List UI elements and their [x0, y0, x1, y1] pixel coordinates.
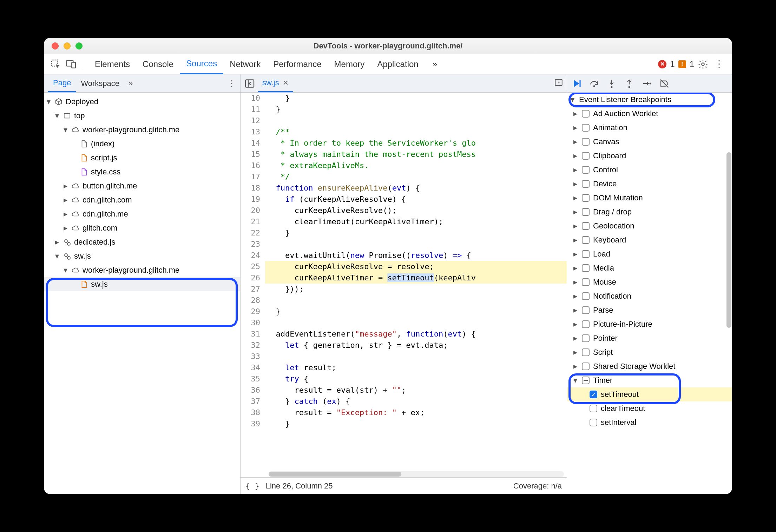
checkbox[interactable]	[590, 419, 597, 426]
checkbox[interactable]	[582, 110, 590, 118]
bp-category[interactable]: Mouse	[567, 275, 732, 289]
cloud-icon	[71, 182, 80, 190]
navigator-more[interactable]: »	[129, 79, 133, 88]
step-into-icon[interactable]	[606, 78, 617, 89]
editor-statusbar: { } Line 26, Column 25 Coverage: n/a	[241, 477, 567, 494]
tab-performance[interactable]: Performance	[267, 54, 328, 74]
run-snippet-icon[interactable]	[554, 78, 563, 89]
tree-origin[interactable]: cdn.glitch.me	[44, 207, 240, 221]
sub-toolbar: PageWorkspace » ⋮ sw.js ✕	[44, 74, 732, 93]
tab-sources[interactable]: Sources	[180, 54, 223, 74]
checkbox[interactable]	[582, 292, 590, 300]
step-out-icon[interactable]	[624, 78, 634, 89]
checkbox[interactable]	[582, 236, 590, 244]
more-tabs[interactable]: »	[426, 54, 443, 74]
tab-elements[interactable]: Elements	[88, 54, 136, 74]
checkbox[interactable]	[582, 250, 590, 258]
bp-item-setinterval[interactable]: setInterval	[567, 415, 732, 430]
file-icon	[80, 154, 88, 162]
file-icon	[80, 280, 88, 288]
checkbox[interactable]	[582, 348, 590, 356]
bp-category[interactable]: Geolocation	[567, 219, 732, 233]
checkbox[interactable]	[582, 264, 590, 272]
bp-category[interactable]: Notification	[567, 289, 732, 303]
device-mode-icon[interactable]	[66, 59, 77, 70]
warning-badge[interactable]: !	[678, 60, 686, 68]
step-icon[interactable]	[642, 78, 652, 89]
tree-top[interactable]: top	[44, 109, 240, 123]
bp-item-settimeout[interactable]: ✓ setTimeout	[567, 387, 732, 401]
bp-category[interactable]: Canvas	[567, 135, 732, 149]
inspect-icon[interactable]	[50, 59, 61, 70]
code-editor[interactable]: 10 }11 }1213 /**14 * In order to keep th…	[241, 93, 567, 470]
bp-category[interactable]: Shared Storage Worklet	[567, 359, 732, 373]
checkbox[interactable]	[582, 194, 590, 202]
settings-icon[interactable]	[698, 59, 708, 69]
close-tab-icon[interactable]: ✕	[283, 79, 289, 87]
horizontal-scrollbar[interactable]	[269, 471, 564, 477]
bp-category[interactable]: Clipboard	[567, 149, 732, 163]
bp-category-timer[interactable]: Timer	[567, 373, 732, 387]
tree-file-swjs[interactable]: sw.js	[44, 277, 240, 291]
checkbox[interactable]	[582, 334, 590, 342]
svg-point-15	[67, 242, 70, 245]
navigator-menu-icon[interactable]: ⋮	[228, 79, 236, 88]
step-over-icon[interactable]	[589, 78, 599, 89]
tree-origin[interactable]: button.glitch.me	[44, 179, 240, 193]
bp-category[interactable]: Device	[567, 177, 732, 191]
bp-category[interactable]: Keyboard	[567, 233, 732, 247]
resume-icon[interactable]	[571, 78, 582, 89]
tree-origin-main[interactable]: worker-playground.glitch.me	[44, 123, 240, 137]
bp-category[interactable]: Script	[567, 345, 732, 359]
bp-category[interactable]: Pointer	[567, 331, 732, 345]
bp-category[interactable]: Drag / drop	[567, 205, 732, 219]
toggle-navigator-icon[interactable]	[244, 78, 255, 89]
checkbox[interactable]	[582, 306, 590, 314]
tree-deployed[interactable]: Deployed	[44, 95, 240, 109]
bp-category[interactable]: DOM Mutation	[567, 191, 732, 205]
checkbox[interactable]	[582, 138, 590, 146]
checkbox[interactable]	[582, 166, 590, 174]
tree-file-scriptjs[interactable]: script.js	[44, 151, 240, 165]
checkbox[interactable]	[582, 152, 590, 160]
checkbox[interactable]	[582, 180, 590, 188]
tab-network[interactable]: Network	[223, 54, 267, 74]
checkbox[interactable]	[582, 320, 590, 328]
checkbox[interactable]	[590, 405, 597, 412]
error-badge[interactable]: ✕	[658, 60, 666, 68]
tree-origin[interactable]: cdn.glitch.com	[44, 193, 240, 207]
checkbox[interactable]	[582, 278, 590, 286]
bp-category[interactable]: Picture-in-Picture	[567, 317, 732, 331]
tree-origin[interactable]: glitch.com	[44, 221, 240, 235]
checkbox[interactable]	[582, 363, 590, 370]
gears-icon	[63, 252, 71, 260]
vertical-scrollbar[interactable]	[726, 152, 731, 328]
checkbox[interactable]	[582, 124, 590, 132]
checkbox[interactable]	[582, 222, 590, 230]
kebab-menu-icon[interactable]: ⋮	[712, 59, 726, 69]
bp-category[interactable]: Control	[567, 163, 732, 177]
pretty-print-icon[interactable]: { }	[245, 481, 259, 490]
navigator-tab-workspace[interactable]: Workspace	[76, 74, 124, 92]
tab-memory[interactable]: Memory	[328, 54, 371, 74]
navigator-tab-page[interactable]: Page	[48, 74, 76, 92]
tab-application[interactable]: Application	[371, 54, 425, 74]
tree-file-stylecss[interactable]: style.css	[44, 165, 240, 179]
tree-file-index[interactable]: (index)	[44, 137, 240, 151]
bp-category[interactable]: Load	[567, 247, 732, 261]
event-listener-breakpoints-header[interactable]: Event Listener Breakpoints	[567, 93, 732, 107]
tree-sw-worker[interactable]: sw.js	[44, 249, 240, 263]
bp-category[interactable]: Parse	[567, 303, 732, 317]
tree-sw-origin[interactable]: worker-playground.glitch.me	[44, 263, 240, 277]
checkbox-mixed[interactable]	[582, 377, 590, 384]
deactivate-breakpoints-icon[interactable]	[659, 78, 670, 89]
checkbox[interactable]	[582, 208, 590, 216]
checkbox-checked[interactable]: ✓	[590, 391, 597, 398]
bp-category[interactable]: Animation	[567, 121, 732, 135]
editor-tab-swjs[interactable]: sw.js ✕	[258, 74, 293, 92]
bp-category[interactable]: Ad Auction Worklet	[567, 107, 732, 121]
bp-category[interactable]: Media	[567, 261, 732, 275]
tree-dedicatedjs[interactable]: dedicated.js	[44, 235, 240, 249]
bp-item-cleartimeout[interactable]: clearTimeout	[567, 401, 732, 415]
tab-console[interactable]: Console	[136, 54, 180, 74]
